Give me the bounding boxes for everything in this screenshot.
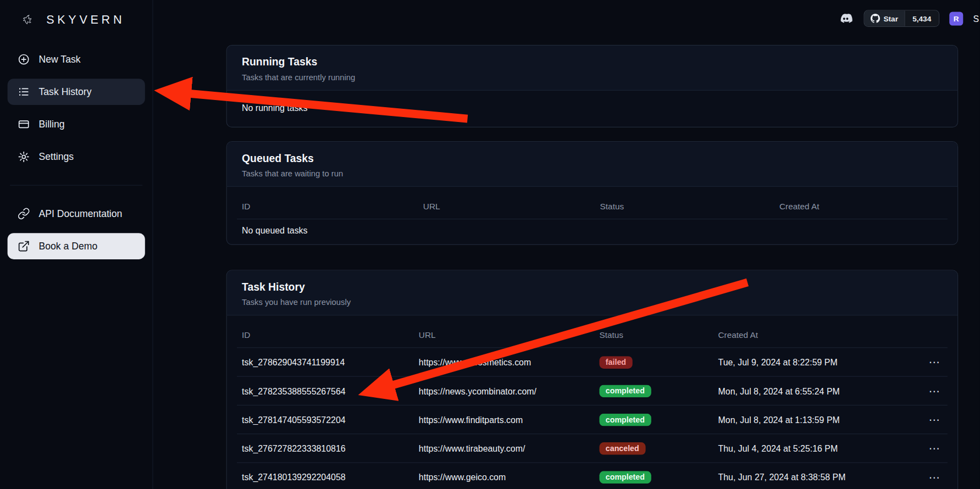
- sidebar-item-task-history[interactable]: Task History: [8, 79, 145, 105]
- status-badge: failed: [599, 356, 632, 369]
- row-actions-button[interactable]: ⋯: [925, 441, 944, 455]
- skyvern-logo-icon: [15, 8, 40, 32]
- column-created-at: Created At: [713, 331, 920, 340]
- sidebar-item-billing[interactable]: Billing: [8, 111, 145, 137]
- app-window: SKYVERN New Task Task History: [0, 0, 980, 489]
- task-url: https://www.finditparts.com: [414, 414, 595, 424]
- status-badge: completed: [599, 385, 651, 397]
- user-avatar[interactable]: R: [949, 12, 963, 25]
- brand-name: SKYVERN: [46, 13, 125, 27]
- task-id: tsk_274180139292204058: [237, 473, 414, 482]
- status-badge: canceled: [599, 442, 645, 454]
- task-id: tsk_278629043741199914: [237, 357, 414, 367]
- github-star-button[interactable]: Star 5,434: [863, 10, 939, 27]
- queued-tasks-card: Queued Tasks Tasks that are waiting to r…: [226, 141, 959, 245]
- table-row[interactable]: tsk_278235388555267564 https://news.ycom…: [237, 377, 948, 405]
- table-row[interactable]: tsk_278147405593572204 https://www.findi…: [237, 405, 948, 434]
- running-tasks-card: Running Tasks Tasks that are currently r…: [226, 45, 959, 127]
- sidebar-item-label: API Documentation: [39, 208, 123, 219]
- sidebar-item-label: Billing: [39, 119, 65, 130]
- table-row[interactable]: tsk_276727822333810816 https://www.tirab…: [237, 434, 948, 463]
- sidebar-item-book-a-demo[interactable]: Book a Demo: [8, 233, 145, 259]
- card-title: Task History: [242, 281, 943, 294]
- running-tasks-header: Running Tasks Tasks that are currently r…: [227, 46, 957, 91]
- card-subtitle: Tasks you have run previously: [242, 297, 943, 307]
- column-id: ID: [237, 331, 414, 340]
- task-created-at: Thu, Jun 27, 2024 at 8:38:58 PM: [713, 473, 920, 482]
- task-id: tsk_276727822333810816: [237, 443, 414, 453]
- task-url: https://www.tecosmetics.com: [414, 357, 595, 367]
- task-url: https://www.geico.com: [414, 473, 595, 482]
- sidebar-item-api-documentation[interactable]: API Documentation: [8, 201, 145, 227]
- sidebar-item-new-task[interactable]: New Task: [8, 46, 145, 73]
- column-status: Status: [595, 202, 774, 211]
- task-history-table: ID URL Status Created At tsk_27862904374…: [237, 323, 948, 489]
- github-icon: [871, 14, 880, 23]
- credit-card-icon: [18, 118, 30, 131]
- brand-logo[interactable]: SKYVERN: [0, 0, 152, 32]
- table-row[interactable]: tsk_278629043741199914 https://www.tecos…: [237, 348, 948, 376]
- sidebar-item-label: New Task: [39, 54, 81, 65]
- card-subtitle: Tasks that are currently running: [242, 73, 943, 82]
- gear-icon: [18, 151, 30, 163]
- sidebar-item-label: Book a Demo: [39, 241, 98, 252]
- column-created-at: Created At: [774, 202, 948, 211]
- sidebar: SKYVERN New Task Task History: [0, 0, 153, 489]
- queued-tasks-table: ID URL Status Created At No queued tasks: [237, 195, 948, 243]
- github-star-count: 5,434: [904, 10, 939, 26]
- topbar-actions: Star 5,434 R S: [837, 10, 980, 27]
- table-row[interactable]: tsk_274180139292204058 https://www.geico…: [237, 463, 948, 489]
- discord-icon[interactable]: [837, 10, 854, 27]
- link-icon: [18, 208, 30, 220]
- main-area: Running Tasks Tasks that are currently r…: [153, 0, 980, 489]
- column-id: ID: [237, 202, 418, 211]
- row-actions-button[interactable]: ⋯: [925, 470, 944, 484]
- task-url: https://news.ycombinator.com/: [414, 386, 595, 396]
- task-created-at: Mon, Jul 8, 2024 at 6:55:24 PM: [713, 386, 920, 396]
- external-link-icon: [18, 240, 30, 253]
- sidebar-nav: New Task Task History Billing: [0, 46, 152, 259]
- username-label: S: [973, 13, 980, 23]
- row-actions-button[interactable]: ⋯: [925, 413, 944, 426]
- row-actions-button[interactable]: ⋯: [925, 355, 944, 369]
- queued-tasks-header: Queued Tasks Tasks that are waiting to r…: [227, 142, 957, 187]
- plus-circle-icon: [18, 53, 30, 66]
- sidebar-item-label: Settings: [39, 151, 74, 162]
- table-header-row: ID URL Status Created At: [237, 195, 948, 219]
- task-history-card: Task History Tasks you have run previous…: [226, 270, 959, 489]
- github-star-label: Star: [883, 14, 898, 23]
- status-badge: completed: [599, 471, 651, 484]
- running-tasks-empty: No running tasks: [237, 91, 948, 126]
- queued-tasks-empty: No queued tasks: [237, 219, 948, 243]
- column-status: Status: [594, 331, 713, 340]
- row-actions-button[interactable]: ⋯: [925, 384, 944, 398]
- list-icon: [18, 86, 30, 98]
- status-badge: completed: [599, 413, 651, 426]
- sidebar-item-settings[interactable]: Settings: [8, 144, 145, 170]
- task-id: tsk_278147405593572204: [237, 414, 414, 424]
- task-id: tsk_278235388555267564: [237, 386, 414, 396]
- column-url: URL: [414, 331, 595, 340]
- task-history-header: Task History Tasks you have run previous…: [227, 270, 957, 315]
- table-header-row: ID URL Status Created At: [237, 323, 948, 348]
- task-created-at: Thu, Jul 4, 2024 at 5:25:16 PM: [713, 443, 920, 453]
- card-subtitle: Tasks that are waiting to run: [242, 169, 943, 178]
- task-created-at: Mon, Jul 8, 2024 at 1:13:59 PM: [713, 414, 920, 424]
- card-title: Running Tasks: [242, 56, 943, 69]
- card-title: Queued Tasks: [242, 152, 943, 165]
- column-url: URL: [418, 202, 595, 211]
- task-url: https://www.tirabeauty.com/: [414, 443, 595, 453]
- sidebar-item-label: Task History: [39, 86, 92, 97]
- sidebar-divider: [10, 185, 142, 186]
- task-created-at: Tue, Jul 9, 2024 at 8:22:59 PM: [713, 357, 920, 367]
